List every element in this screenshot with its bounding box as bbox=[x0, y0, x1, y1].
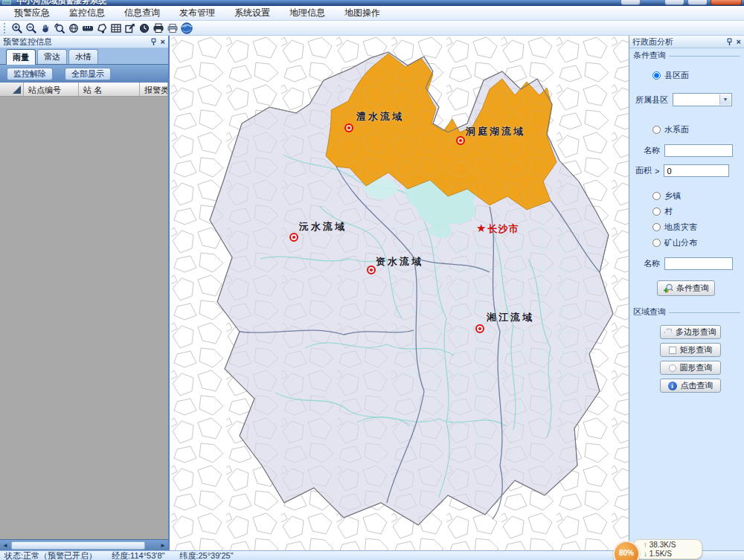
station-table-body bbox=[0, 97, 168, 539]
admin-area-analysis-panel: 行政面分析 × 条件查询 县区面 所属县区 ▼ 水系面 名称 bbox=[629, 36, 744, 550]
radio-geological-disaster-label: 地质灾害 bbox=[664, 222, 697, 233]
marker-zishui[interactable] bbox=[367, 265, 376, 274]
left-panel-title: 预警监控信息 bbox=[3, 36, 150, 48]
pin-icon[interactable] bbox=[150, 38, 157, 46]
star-icon: ★ bbox=[476, 222, 487, 234]
circle-query-label: 圆形查询 bbox=[680, 362, 713, 373]
area-input[interactable] bbox=[664, 164, 729, 177]
marker-lishui[interactable] bbox=[344, 123, 353, 132]
pan-hand-icon[interactable] bbox=[38, 22, 52, 35]
condition-query-group: 条件查询 县区面 所属县区 ▼ 水系面 名称 面积 > 乡镇 bbox=[633, 50, 740, 296]
longitude-readout: 经度:114°53'8" bbox=[104, 550, 172, 560]
tab-radar[interactable]: 雷达 bbox=[37, 49, 67, 64]
close-button[interactable] bbox=[711, 0, 742, 5]
menu-info-query[interactable]: 信息查询 bbox=[115, 5, 170, 21]
marker-xiangjiang[interactable] bbox=[475, 324, 484, 333]
radio-township[interactable] bbox=[652, 192, 661, 200]
printer-icon[interactable] bbox=[151, 22, 165, 35]
polygon-select-icon[interactable] bbox=[94, 22, 109, 35]
latitude-readout: 纬度:25°39'25" bbox=[172, 550, 240, 560]
marker-yuanshui[interactable] bbox=[289, 233, 298, 242]
label-changsha-city: ★长沙市 bbox=[476, 222, 519, 236]
label-dongting-lake-basin: 洞庭湖流域 bbox=[466, 125, 525, 138]
county-select-dropdown[interactable]: ▼ bbox=[673, 93, 732, 106]
radio-mine-distribution[interactable] bbox=[652, 239, 661, 247]
menu-monitor-info[interactable]: 监控信息 bbox=[60, 5, 115, 21]
close-panel-icon[interactable]: × bbox=[161, 38, 165, 46]
menu-bar: 预警应急 监控信息 信息查询 发布管理 系统设置 地理信息 地图操作 bbox=[0, 6, 744, 21]
menu-map-operations[interactable]: 地图操作 bbox=[335, 5, 390, 21]
radio-water-system-label: 水系面 bbox=[664, 124, 689, 135]
query-plus-magnifier-icon bbox=[663, 283, 673, 295]
column-station-name[interactable]: 站 名 bbox=[79, 83, 140, 96]
monitor-release-button[interactable]: 监控解除 bbox=[7, 68, 53, 80]
upload-arrow-icon: ↑ bbox=[644, 541, 647, 549]
scroll-left-arrow-icon[interactable]: ◄ bbox=[0, 540, 10, 551]
greater-than-symbol: > bbox=[655, 167, 659, 176]
network-speed-pill: ↑ 38.3K/S ↓ 1.5K/S bbox=[632, 539, 702, 559]
name-input[interactable] bbox=[664, 144, 733, 157]
polygon-icon bbox=[664, 329, 672, 336]
close-panel-icon[interactable]: × bbox=[737, 38, 741, 46]
minimize-button[interactable] bbox=[664, 0, 684, 5]
pin-icon[interactable] bbox=[726, 38, 733, 46]
circle-query-button[interactable]: 圆形查询 bbox=[660, 361, 721, 375]
marker-dongting[interactable] bbox=[456, 136, 465, 145]
print-preview-icon[interactable] bbox=[165, 22, 179, 35]
column-alarm-type[interactable]: 报警类别 bbox=[140, 83, 168, 96]
tab-rainfall[interactable]: 雨量 bbox=[6, 49, 36, 65]
name2-input[interactable] bbox=[664, 257, 733, 270]
window-extra-button[interactable] bbox=[620, 0, 641, 5]
horizontal-scrollbar[interactable]: ◄ ► bbox=[0, 539, 168, 550]
radio-geological-disaster[interactable] bbox=[652, 223, 661, 231]
toolbar-grip bbox=[4, 23, 7, 33]
condition-query-button[interactable]: 条件查询 bbox=[657, 280, 715, 296]
scroll-right-arrow-icon[interactable]: ► bbox=[158, 540, 168, 551]
circle-icon bbox=[669, 364, 676, 372]
title-bar: 中小河流域预警服务系统 bbox=[0, 0, 744, 6]
corner-triangle-icon bbox=[13, 86, 21, 94]
zoom-previous-icon[interactable] bbox=[52, 22, 66, 35]
scrollbar-thumb[interactable] bbox=[11, 541, 145, 550]
globe-small-icon[interactable] bbox=[66, 22, 80, 35]
station-table-header: 站点编号 站 名 报警类别 bbox=[0, 83, 168, 97]
grid-layers-icon[interactable] bbox=[109, 22, 123, 35]
window-title: 中小河流域预警服务系统 bbox=[16, 0, 106, 6]
radio-county-area[interactable] bbox=[652, 71, 661, 80]
zoom-in-icon[interactable] bbox=[10, 22, 24, 35]
measure-ruler-icon[interactable] bbox=[80, 22, 94, 35]
chevron-down-icon[interactable]: ▼ bbox=[719, 94, 731, 105]
tool-bar bbox=[0, 21, 744, 36]
rectangle-query-label: 矩形查询 bbox=[680, 344, 713, 355]
show-all-button[interactable]: 全部显示 bbox=[65, 68, 111, 80]
rectangle-query-button[interactable]: 矩形查询 bbox=[660, 343, 721, 357]
polygon-query-button[interactable]: 多边形查询 bbox=[660, 325, 721, 339]
radio-village[interactable] bbox=[652, 207, 661, 216]
region-query-group: 区域查询 多边形查询 矩形查询 圆形查询 i 点击查询 bbox=[633, 306, 740, 393]
upload-speed: 38.3K/S bbox=[650, 541, 676, 549]
menu-system-settings[interactable]: 系统设置 bbox=[225, 5, 280, 21]
map-viewport[interactable]: 澧水流域 洞庭湖流域 沅水流域 资水流域 ★长沙市 湘江流域 bbox=[171, 36, 629, 550]
label-lishui-basin: 澧水流域 bbox=[356, 110, 404, 123]
menu-warning-emergency[interactable]: 预警应急 bbox=[4, 5, 60, 21]
left-panel-tabs: 雨量 雷达 水情 bbox=[0, 48, 168, 64]
zoom-out-icon[interactable] bbox=[24, 22, 38, 35]
download-speed: 1.5K/S bbox=[650, 550, 672, 558]
menu-geo-info[interactable]: 地理信息 bbox=[280, 5, 335, 21]
label-yuanshui-basin: 沅水流域 bbox=[299, 220, 347, 234]
tab-water-level[interactable]: 水情 bbox=[68, 49, 98, 64]
click-query-button[interactable]: i 点击查询 bbox=[660, 379, 721, 393]
network-speed-widget[interactable]: ↑ 38.3K/S ↓ 1.5K/S 80% bbox=[613, 538, 710, 560]
history-clock-icon[interactable] bbox=[137, 22, 151, 35]
county-select-label: 所属县区 bbox=[635, 94, 668, 106]
column-station-id[interactable]: 站点编号 bbox=[24, 83, 79, 96]
warning-monitor-panel: 预警监控信息 × 雨量 雷达 水情 监控解除 全部显示 站点编号 站 名 报警类… bbox=[0, 36, 170, 550]
select-all-corner[interactable] bbox=[0, 83, 24, 96]
internet-globe-icon[interactable] bbox=[179, 22, 193, 35]
menu-publish-manage[interactable]: 发布管理 bbox=[170, 5, 225, 21]
export-map-icon[interactable] bbox=[123, 22, 137, 35]
condition-query-title: 条件查询 bbox=[633, 50, 740, 61]
left-panel-button-row: 监控解除 全部显示 bbox=[0, 64, 168, 83]
maximize-button[interactable] bbox=[687, 0, 708, 5]
radio-water-system-area[interactable] bbox=[652, 126, 661, 134]
